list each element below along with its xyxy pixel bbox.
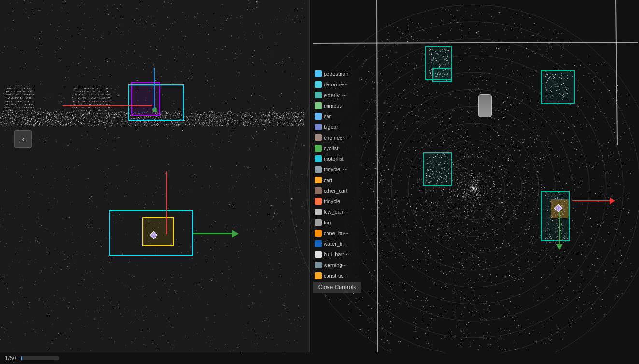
- handle-green-top: [152, 107, 157, 112]
- legend-color-swatch: [315, 251, 322, 258]
- handle-diamond-bottom: [150, 231, 158, 239]
- legend-color-swatch: [315, 209, 322, 215]
- legend-item-label: tricycle: [324, 198, 340, 204]
- axis-red-horizontal: [63, 105, 152, 106]
- axis-red-right: [572, 200, 611, 201]
- arrowhead-red-right: [610, 197, 615, 204]
- close-controls-button[interactable]: Close Controls: [313, 282, 361, 293]
- bbox-teal-2: [432, 68, 452, 82]
- legend-item-label: warning···: [324, 262, 347, 268]
- bbox-teal-3: [541, 70, 575, 104]
- arrowhead-green-right: [556, 244, 563, 250]
- legend-color-swatch: [315, 177, 322, 183]
- legend-item-bullbarr[interactable]: bull_barr···: [313, 249, 361, 260]
- legend-items: pedestriandeforme···elderly_···minibusca…: [313, 69, 361, 292]
- legend-color-swatch: [315, 134, 322, 141]
- legend-color-swatch: [315, 81, 322, 88]
- legend-item-label: bull_barr···: [324, 252, 349, 257]
- legend-item-tricycle[interactable]: tricycle: [313, 196, 361, 207]
- legend-color-swatch: [315, 113, 322, 120]
- legend-item-deforme[interactable]: deforme···: [313, 79, 361, 90]
- legend-color-swatch: [315, 272, 322, 279]
- legend-item-label: bigcar: [324, 124, 338, 130]
- legend-item-cyclist[interactable]: cyclist: [313, 143, 361, 154]
- legend-item-tricycle[interactable]: tricycle_···: [313, 164, 361, 175]
- axis-blue-vertical: [154, 68, 155, 109]
- legend-item-othercart[interactable]: other_cart: [313, 185, 361, 196]
- legend-item-conebu[interactable]: cone_bu···: [313, 228, 361, 238]
- legend-item-label: cyclist: [324, 145, 338, 151]
- progress-fill: [21, 356, 22, 360]
- legend-color-swatch: [315, 230, 322, 237]
- legend-color-swatch: [315, 262, 322, 268]
- arrowhead-green: [232, 230, 239, 238]
- frame-counter: 1/50: [5, 355, 16, 362]
- legend-item-fog[interactable]: fog: [313, 217, 361, 228]
- legend-item-construc[interactable]: construc···: [313, 270, 361, 281]
- legend-item-label: minibus: [324, 103, 342, 109]
- legend-color-swatch: [315, 145, 322, 152]
- legend-color-swatch: [315, 92, 322, 98]
- legend-item-label: cone_bu···: [324, 230, 348, 236]
- legend-item-elderly[interactable]: elderly_···: [313, 90, 361, 100]
- legend-item-car[interactable]: car: [313, 111, 361, 122]
- back-icon: ‹: [22, 134, 25, 144]
- legend-item-bigcar[interactable]: bigcar: [313, 122, 361, 132]
- legend-color-swatch: [315, 198, 322, 205]
- legend-color-swatch: [315, 102, 322, 109]
- legend-color-swatch: [315, 124, 322, 130]
- legend-item-label: engineer···: [324, 135, 349, 140]
- legend-item-label: cart: [324, 177, 332, 183]
- legend-item-label: pedestrian: [324, 71, 348, 77]
- legend-item-label: motorlist: [324, 156, 344, 162]
- axis-green-right: [559, 211, 560, 245]
- axis-red-vertical-bottom: [166, 171, 167, 234]
- legend-color-swatch: [315, 187, 322, 194]
- status-bar: 1/50: [0, 352, 639, 364]
- legend-item-label: other_cart: [324, 188, 348, 194]
- legend-item-pedestrian[interactable]: pedestrian: [313, 69, 361, 79]
- legend-item-engineer[interactable]: engineer···: [313, 132, 361, 143]
- bbox-cyan-top: [128, 84, 184, 121]
- arrow-green-bottom: [193, 233, 234, 234]
- legend-item-warning[interactable]: warning···: [313, 260, 361, 270]
- legend-panel: pedestriandeforme···elderly_···minibusca…: [313, 68, 361, 293]
- legend-item-label: low_barr···: [324, 209, 348, 215]
- legend-item-label: car: [324, 113, 331, 119]
- legend-color-swatch: [315, 155, 322, 162]
- legend-color-swatch: [315, 240, 322, 247]
- legend-item-label: deforme···: [324, 82, 348, 87]
- bbox-teal-1: [425, 46, 452, 80]
- legend-item-label: elderly_···: [324, 92, 347, 98]
- legend-color-swatch: [315, 219, 322, 226]
- legend-item-cart[interactable]: cart: [313, 175, 361, 185]
- legend-color-swatch: [315, 70, 322, 77]
- legend-item-minibus[interactable]: minibus: [313, 100, 361, 111]
- legend-item-label: fog: [324, 220, 331, 225]
- bbox-teal-4: [423, 152, 452, 186]
- bbox-yellow-bottom: [142, 217, 174, 246]
- legend-item-label: construc···: [324, 273, 348, 279]
- car-topdown: [478, 94, 492, 117]
- legend-item-waterh[interactable]: water_h···: [313, 238, 361, 249]
- legend-item-label: water_h···: [324, 241, 347, 247]
- legend-item-lowbarr[interactable]: low_barr···: [313, 207, 361, 217]
- progress-bar: [21, 356, 59, 360]
- legend-item-label: tricycle_···: [324, 167, 348, 172]
- legend-item-motorlist[interactable]: motorlist: [313, 154, 361, 164]
- back-button[interactable]: ‹: [14, 130, 32, 148]
- legend-color-swatch: [315, 166, 322, 173]
